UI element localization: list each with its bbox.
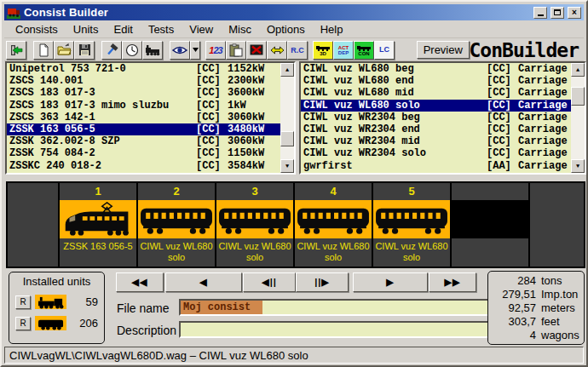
- menu-tests[interactable]: Tests: [141, 21, 182, 37]
- menu-units[interactable]: Units: [66, 21, 107, 37]
- clock-button[interactable]: [122, 41, 142, 60]
- toolbar: 123 R.C 3D: [4, 39, 584, 61]
- list-item[interactable]: CIWL vuz WR2304 solo[CC]Carriage: [301, 147, 571, 159]
- scrollbar[interactable]: ▲ ▼: [571, 63, 585, 173]
- consist-slot-3[interactable]: 3 CIWL vuz WL680 solo: [216, 183, 295, 267]
- numbers-icon: 123: [209, 45, 222, 55]
- menu-options[interactable]: Options: [259, 21, 313, 37]
- move-last-button[interactable]: ▶▶: [429, 272, 476, 292]
- file-name-label: File name: [117, 301, 169, 315]
- train-button[interactable]: [142, 41, 163, 60]
- list-item-selected[interactable]: ZSSK 163 056-5[CC]3480kW: [7, 123, 280, 135]
- list-item[interactable]: CIWL vuz WR2304 mid[CC]Carriage: [301, 135, 571, 147]
- consist-slot-2[interactable]: 2 CIWL vuz WL680 solo: [138, 183, 216, 267]
- consist-strip: 1 ZSSK 163 056-5 2: [6, 181, 585, 268]
- menu-edit[interactable]: Edit: [106, 21, 140, 37]
- scroll-up-icon[interactable]: ▲: [280, 63, 294, 77]
- move-right-end-button[interactable]: ||▶: [296, 272, 349, 292]
- consist-mode-button[interactable]: CON: [354, 41, 374, 60]
- new-button[interactable]: [33, 41, 54, 60]
- consist-slot-4[interactable]: 4 CIWL vuz WL680 solo: [295, 183, 373, 267]
- view-dropdown-button[interactable]: [190, 41, 200, 60]
- move-left-end-button[interactable]: ◀||: [243, 272, 296, 292]
- list-item[interactable]: CIWL vuz WR2304 beg[CC]Carriage: [301, 112, 571, 123]
- rc-button[interactable]: R.C: [287, 41, 308, 60]
- list-item-selected[interactable]: CIWL vuz WL680 solo[CC]Carriage: [301, 100, 571, 112]
- title-bar: Consist Builder ×: [4, 4, 584, 20]
- consist-slot-empty-right[interactable]: [530, 183, 584, 267]
- slot-number: 1: [60, 183, 136, 200]
- list-item[interactable]: ZSCS 363 142-1[CC]3060kW: [7, 112, 280, 123]
- refresh-wagons-button[interactable]: R: [15, 317, 31, 330]
- list-item[interactable]: CIWL vuz WR2304 end[CC]Carriage: [301, 123, 571, 135]
- paste-button[interactable]: [226, 41, 246, 60]
- resize-button[interactable]: [267, 41, 287, 60]
- consist-builder-window: Consist Builder × Consists Units Edit Te…: [0, 0, 588, 367]
- lc-button[interactable]: LC: [374, 41, 395, 60]
- view-button[interactable]: [170, 41, 190, 60]
- preview-button[interactable]: Preview: [417, 41, 470, 59]
- consist-slot-empty-left[interactable]: [8, 183, 60, 267]
- list-item[interactable]: ZSCS 140.001[CC]2300kW: [7, 75, 280, 87]
- slot-caption: CIWL vuz WL680 solo: [295, 238, 372, 267]
- minimize-icon: [538, 14, 544, 16]
- move-left-button[interactable]: ◀: [165, 272, 242, 292]
- list-item[interactable]: ZSSKC 240 018-2[CC]3584kW: [7, 160, 280, 172]
- minimize-button[interactable]: [533, 7, 547, 19]
- list-item[interactable]: gwrfirst[AA]Carriage: [301, 160, 571, 172]
- locomotive-image: [60, 200, 136, 238]
- menu-misc[interactable]: Misc: [221, 21, 259, 37]
- app-icon: [7, 6, 20, 20]
- list-item[interactable]: CIWL vuz WL680 end[CC]Carriage: [301, 75, 571, 87]
- exit-button[interactable]: [6, 41, 26, 60]
- slot-caption: ZSSK 163 056-5: [60, 238, 136, 267]
- save-button[interactable]: [74, 41, 95, 60]
- clock-icon: [125, 43, 139, 57]
- consist-slot-empty[interactable]: [452, 183, 530, 267]
- scroll-down-icon[interactable]: ▼: [280, 159, 294, 173]
- list-item[interactable]: ZSSK 362.002-8 SZP[CC]3060kW: [7, 135, 280, 147]
- scroll-thumb[interactable]: [571, 87, 585, 106]
- delete-button[interactable]: [246, 41, 267, 60]
- menu-help[interactable]: Help: [313, 21, 351, 37]
- consist-slot-5[interactable]: 5 CIWL vuz WL680 solo: [373, 183, 452, 267]
- exit-icon: [9, 43, 23, 57]
- list-item[interactable]: ZSCS 183 017-3[CC]3600kW: [7, 87, 280, 99]
- scroll-thumb[interactable]: [280, 131, 294, 146]
- consist-slot-1[interactable]: 1 ZSSK 163 056-5: [60, 183, 138, 267]
- carriage-image: [138, 200, 215, 238]
- list-item[interactable]: CIWL vuz WL680 mid[CC]Carriage: [301, 87, 571, 99]
- description-label: Description: [117, 324, 176, 337]
- installed-units-box: Installed units R 59 R: [9, 272, 105, 344]
- carriage-image: [295, 200, 372, 238]
- list-item[interactable]: Unipetrol 753 721-0[CC]1152kW: [7, 63, 280, 75]
- act-dep-button[interactable]: ACT DEP: [333, 41, 354, 60]
- carriage-list: CIWL vuz WL680 beg[CC]Carriage CIWL vuz …: [299, 61, 586, 175]
- numbering-button[interactable]: 123: [205, 41, 226, 60]
- new-file-icon: [37, 43, 50, 57]
- wagon-icon: [35, 316, 66, 330]
- list-item[interactable]: ZSCS 183 017-3 mimo sluzbu[CC]1kW: [7, 100, 280, 112]
- list-item[interactable]: CIWL vuz WL680 beg[CC]Carriage: [301, 63, 571, 75]
- status-text: CIWLvagWL\CIWLvagWL680D.wag – CIWL vuz W…: [9, 349, 308, 362]
- navigation-buttons: ◀◀ ◀ ◀|| ||▶ ▶ ▶▶: [116, 272, 476, 292]
- carriage-list-rows: CIWL vuz WL680 beg[CC]Carriage CIWL vuz …: [301, 63, 571, 173]
- lc-icon: LC: [379, 46, 389, 54]
- scroll-down-icon[interactable]: ▼: [571, 159, 585, 173]
- view-3d-button[interactable]: 3D: [313, 41, 333, 60]
- move-right-button[interactable]: ▶: [353, 272, 428, 292]
- open-button[interactable]: [54, 41, 74, 60]
- maximize-button[interactable]: [551, 7, 564, 19]
- move-first-button[interactable]: ◀◀: [116, 272, 164, 292]
- list-item[interactable]: ZSSK 754 084-2[CC]1150kW: [7, 147, 280, 159]
- scrollbar[interactable]: ▲ ▼: [280, 63, 294, 173]
- repair-tool-button[interactable]: [101, 41, 122, 60]
- refresh-locomotives-button[interactable]: R: [15, 295, 31, 309]
- menu-consists[interactable]: Consists: [8, 21, 66, 37]
- locomotive-list-rows: Unipetrol 753 721-0[CC]1152kW ZSCS 140.0…: [7, 63, 280, 173]
- slot-number: 2: [138, 183, 215, 200]
- scroll-up-icon[interactable]: ▲: [571, 63, 585, 77]
- save-icon: [78, 43, 91, 56]
- menu-view[interactable]: View: [182, 21, 221, 37]
- close-button[interactable]: ×: [568, 7, 581, 19]
